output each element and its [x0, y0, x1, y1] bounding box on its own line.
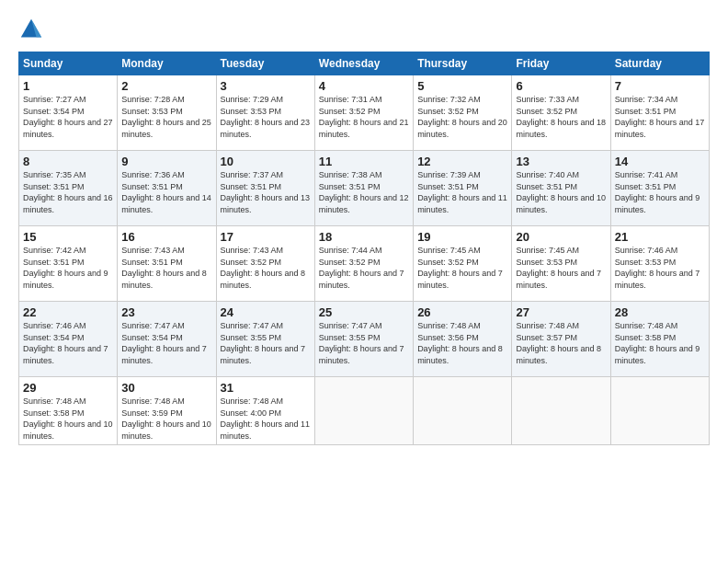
calendar-cell: 19Sunrise: 7:45 AMSunset: 3:52 PMDayligh…: [414, 226, 512, 302]
calendar-cell: 6Sunrise: 7:33 AMSunset: 3:52 PMDaylight…: [512, 75, 610, 151]
weekday-header-friday: Friday: [512, 52, 610, 75]
cell-info: Sunrise: 7:48 AMSunset: 3:57 PMDaylight:…: [516, 320, 606, 366]
day-number: 22: [23, 305, 113, 319]
calendar-cell: 10Sunrise: 7:37 AMSunset: 3:51 PMDayligh…: [216, 151, 314, 226]
calendar-cell: 9Sunrise: 7:36 AMSunset: 3:51 PMDaylight…: [118, 151, 216, 226]
calendar-cell: [610, 377, 709, 445]
cell-info: Sunrise: 7:48 AMSunset: 4:00 PMDaylight:…: [221, 396, 311, 442]
weekday-header-wednesday: Wednesday: [314, 52, 413, 75]
calendar-cell: 21Sunrise: 7:46 AMSunset: 3:53 PMDayligh…: [610, 226, 709, 302]
calendar-cell: 3Sunrise: 7:29 AMSunset: 3:53 PMDaylight…: [216, 75, 314, 151]
logo-icon: [18, 17, 44, 42]
calendar-cell: 11Sunrise: 7:38 AMSunset: 3:51 PMDayligh…: [314, 151, 413, 226]
cell-info: Sunrise: 7:34 AMSunset: 3:51 PMDaylight:…: [615, 94, 705, 140]
cell-info: Sunrise: 7:36 AMSunset: 3:51 PMDaylight:…: [121, 169, 211, 215]
cell-info: Sunrise: 7:39 AMSunset: 3:51 PMDaylight:…: [417, 169, 507, 215]
calendar-cell: 31Sunrise: 7:48 AMSunset: 4:00 PMDayligh…: [216, 377, 314, 445]
calendar-cell: 28Sunrise: 7:48 AMSunset: 3:58 PMDayligh…: [610, 302, 709, 377]
cell-info: Sunrise: 7:48 AMSunset: 3:58 PMDaylight:…: [615, 320, 705, 366]
cell-info: Sunrise: 7:41 AMSunset: 3:51 PMDaylight:…: [615, 169, 705, 215]
calendar-table: SundayMondayTuesdayWednesdayThursdayFrid…: [18, 52, 710, 445]
day-number: 10: [221, 155, 311, 168]
calendar-cell: 29Sunrise: 7:48 AMSunset: 3:58 PMDayligh…: [19, 377, 118, 445]
calendar-cell: 16Sunrise: 7:43 AMSunset: 3:51 PMDayligh…: [118, 226, 216, 302]
cell-info: Sunrise: 7:32 AMSunset: 3:52 PMDaylight:…: [417, 94, 507, 140]
day-number: 13: [516, 155, 606, 168]
calendar-cell: 8Sunrise: 7:35 AMSunset: 3:51 PMDaylight…: [19, 151, 118, 226]
day-number: 1: [23, 79, 113, 93]
logo: [18, 17, 48, 42]
cell-info: Sunrise: 7:35 AMSunset: 3:51 PMDaylight:…: [23, 169, 113, 215]
day-number: 4: [319, 79, 409, 93]
day-number: 30: [121, 381, 211, 395]
calendar-cell: 26Sunrise: 7:48 AMSunset: 3:56 PMDayligh…: [414, 302, 512, 377]
day-number: 24: [221, 305, 311, 319]
calendar-cell: 13Sunrise: 7:40 AMSunset: 3:51 PMDayligh…: [512, 151, 610, 226]
day-number: 14: [615, 155, 705, 168]
calendar-cell: 12Sunrise: 7:39 AMSunset: 3:51 PMDayligh…: [414, 151, 512, 226]
day-number: 26: [417, 305, 507, 319]
calendar-cell: 25Sunrise: 7:47 AMSunset: 3:55 PMDayligh…: [314, 302, 413, 377]
cell-info: Sunrise: 7:43 AMSunset: 3:51 PMDaylight:…: [121, 245, 211, 291]
cell-info: Sunrise: 7:46 AMSunset: 3:53 PMDaylight:…: [615, 245, 705, 291]
day-number: 28: [615, 305, 705, 319]
day-number: 16: [121, 230, 211, 244]
day-number: 8: [23, 155, 113, 168]
cell-info: Sunrise: 7:48 AMSunset: 3:58 PMDaylight:…: [23, 396, 113, 442]
cell-info: Sunrise: 7:47 AMSunset: 3:55 PMDaylight:…: [221, 320, 311, 366]
cell-info: Sunrise: 7:27 AMSunset: 3:54 PMDaylight:…: [23, 94, 113, 140]
day-number: 2: [121, 79, 211, 93]
cell-info: Sunrise: 7:46 AMSunset: 3:54 PMDaylight:…: [23, 320, 113, 366]
day-number: 23: [121, 305, 211, 319]
cell-info: Sunrise: 7:29 AMSunset: 3:53 PMDaylight:…: [221, 94, 311, 140]
calendar-cell: 24Sunrise: 7:47 AMSunset: 3:55 PMDayligh…: [216, 302, 314, 377]
cell-info: Sunrise: 7:45 AMSunset: 3:53 PMDaylight:…: [516, 245, 606, 291]
cell-info: Sunrise: 7:31 AMSunset: 3:52 PMDaylight:…: [319, 94, 409, 140]
calendar-cell: 18Sunrise: 7:44 AMSunset: 3:52 PMDayligh…: [314, 226, 413, 302]
calendar-cell: [512, 377, 610, 445]
cell-info: Sunrise: 7:48 AMSunset: 3:56 PMDaylight:…: [417, 320, 507, 366]
calendar-cell: 4Sunrise: 7:31 AMSunset: 3:52 PMDaylight…: [314, 75, 413, 151]
weekday-header-saturday: Saturday: [610, 52, 709, 75]
calendar-cell: 20Sunrise: 7:45 AMSunset: 3:53 PMDayligh…: [512, 226, 610, 302]
week-row-2: 8Sunrise: 7:35 AMSunset: 3:51 PMDaylight…: [19, 151, 710, 226]
day-number: 17: [221, 230, 311, 244]
weekday-header-sunday: Sunday: [19, 52, 118, 75]
week-row-5: 29Sunrise: 7:48 AMSunset: 3:58 PMDayligh…: [19, 377, 710, 445]
page: SundayMondayTuesdayWednesdayThursdayFrid…: [0, 0, 728, 563]
calendar-cell: 2Sunrise: 7:28 AMSunset: 3:53 PMDaylight…: [118, 75, 216, 151]
day-number: 5: [417, 79, 507, 93]
calendar-cell: 27Sunrise: 7:48 AMSunset: 3:57 PMDayligh…: [512, 302, 610, 377]
cell-info: Sunrise: 7:45 AMSunset: 3:52 PMDaylight:…: [417, 245, 507, 291]
weekday-header-row: SundayMondayTuesdayWednesdayThursdayFrid…: [19, 52, 710, 75]
cell-info: Sunrise: 7:37 AMSunset: 3:51 PMDaylight:…: [221, 169, 311, 215]
cell-info: Sunrise: 7:28 AMSunset: 3:53 PMDaylight:…: [121, 94, 211, 140]
cell-info: Sunrise: 7:47 AMSunset: 3:55 PMDaylight:…: [319, 320, 409, 366]
calendar-cell: [414, 377, 512, 445]
day-number: 15: [23, 230, 113, 244]
day-number: 19: [417, 230, 507, 244]
day-number: 9: [121, 155, 211, 168]
weekday-header-monday: Monday: [118, 52, 216, 75]
cell-info: Sunrise: 7:40 AMSunset: 3:51 PMDaylight:…: [516, 169, 606, 215]
weekday-header-thursday: Thursday: [414, 52, 512, 75]
day-number: 27: [516, 305, 606, 319]
day-number: 25: [319, 305, 409, 319]
cell-info: Sunrise: 7:42 AMSunset: 3:51 PMDaylight:…: [23, 245, 113, 291]
calendar-cell: 23Sunrise: 7:47 AMSunset: 3:54 PMDayligh…: [118, 302, 216, 377]
cell-info: Sunrise: 7:33 AMSunset: 3:52 PMDaylight:…: [516, 94, 606, 140]
day-number: 18: [319, 230, 409, 244]
day-number: 21: [615, 230, 705, 244]
header: [18, 17, 710, 42]
weekday-header-tuesday: Tuesday: [216, 52, 314, 75]
day-number: 29: [23, 381, 113, 395]
day-number: 12: [417, 155, 507, 168]
day-number: 20: [516, 230, 606, 244]
week-row-1: 1Sunrise: 7:27 AMSunset: 3:54 PMDaylight…: [19, 75, 710, 151]
cell-info: Sunrise: 7:48 AMSunset: 3:59 PMDaylight:…: [121, 396, 211, 442]
calendar-cell: [314, 377, 413, 445]
day-number: 3: [221, 79, 311, 93]
day-number: 7: [615, 79, 705, 93]
calendar-cell: 1Sunrise: 7:27 AMSunset: 3:54 PMDaylight…: [19, 75, 118, 151]
day-number: 6: [516, 79, 606, 93]
